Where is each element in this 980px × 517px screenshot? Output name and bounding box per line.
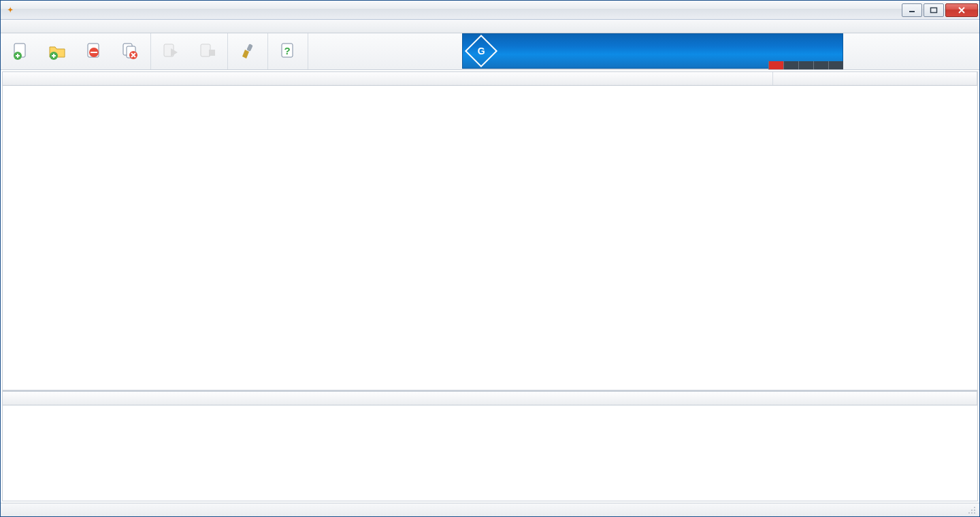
column-filename-2[interactable] — [3, 392, 977, 405]
close-icon — [958, 7, 966, 14]
app-icon: ✦ — [5, 5, 16, 16]
toolbar-group-help: ? — [268, 33, 308, 69]
svg-point-21 — [971, 512, 973, 514]
add-file-icon — [11, 41, 30, 61]
clear-icon — [121, 41, 140, 61]
toolbar-group-convert — [151, 33, 228, 69]
column-filename[interactable] — [3, 72, 773, 85]
stop-convert-button — [189, 33, 226, 69]
svg-rect-12 — [201, 44, 210, 56]
svg-point-17 — [974, 507, 975, 508]
minimize-button[interactable] — [902, 3, 922, 17]
toolbar-group-settings — [228, 33, 268, 69]
file-list-body-2[interactable] — [3, 405, 977, 501]
start-convert-button — [152, 33, 189, 69]
delete-selected-button[interactable] — [76, 33, 112, 69]
banner-page-1[interactable] — [768, 61, 783, 69]
banner-pager — [768, 61, 843, 69]
clear-list-button[interactable] — [112, 33, 149, 69]
banner-page-5[interactable] — [828, 61, 843, 69]
app-window: ✦ — [0, 0, 980, 517]
file-list-header-2 — [3, 392, 977, 405]
help-icon: ? — [278, 41, 297, 61]
file-list-header — [3, 72, 977, 86]
svg-rect-13 — [209, 50, 215, 56]
toolbar: ? G — [1, 33, 979, 70]
add-file-button[interactable] — [2, 33, 39, 69]
file-list-top — [3, 72, 977, 392]
svg-text:?: ? — [284, 45, 290, 56]
menu-operate[interactable] — [13, 25, 21, 28]
settings-icon — [238, 41, 257, 61]
maximize-button[interactable] — [924, 3, 944, 17]
resize-grip-icon[interactable] — [967, 505, 977, 515]
maximize-icon — [930, 7, 938, 14]
settings-button[interactable] — [229, 33, 266, 69]
column-status[interactable] — [773, 72, 977, 85]
client-area — [2, 71, 978, 501]
svg-point-18 — [971, 510, 973, 511]
start-icon — [161, 41, 180, 61]
toolbar-group-files — [1, 33, 151, 69]
menu-file[interactable] — [3, 25, 12, 28]
window-controls — [900, 3, 978, 17]
banner-page-4[interactable] — [813, 61, 828, 69]
svg-point-22 — [974, 512, 975, 514]
menu-tools[interactable] — [22, 25, 31, 28]
add-dir-button[interactable] — [39, 33, 76, 69]
title-bar[interactable]: ✦ — [1, 1, 979, 20]
svg-rect-1 — [931, 7, 937, 12]
file-list-body[interactable] — [3, 86, 977, 390]
stop-icon — [198, 41, 217, 61]
banner-page-2[interactable] — [783, 61, 798, 69]
menu-help[interactable] — [32, 25, 40, 28]
svg-rect-14 — [246, 44, 253, 52]
svg-point-19 — [974, 510, 975, 511]
delete-icon — [84, 41, 103, 61]
banner-page-3[interactable] — [798, 61, 813, 69]
svg-point-20 — [968, 512, 970, 514]
banner-logo-block: G — [463, 39, 508, 63]
help-button[interactable]: ? — [270, 33, 306, 69]
company-logo-icon: G — [465, 35, 497, 67]
file-list-bottom — [3, 392, 977, 501]
svg-rect-7 — [91, 52, 97, 53]
status-bar — [1, 503, 979, 516]
close-button[interactable] — [945, 3, 978, 17]
add-folder-icon — [48, 41, 67, 61]
minimize-icon — [908, 7, 916, 14]
menu-bar — [1, 20, 979, 33]
